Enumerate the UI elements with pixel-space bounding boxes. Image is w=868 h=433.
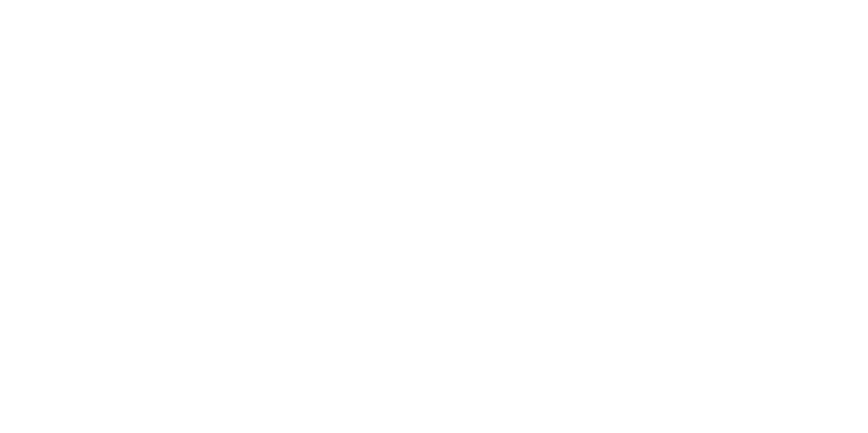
schematic-canvas — [0, 0, 868, 433]
schematic — [0, 0, 868, 433]
